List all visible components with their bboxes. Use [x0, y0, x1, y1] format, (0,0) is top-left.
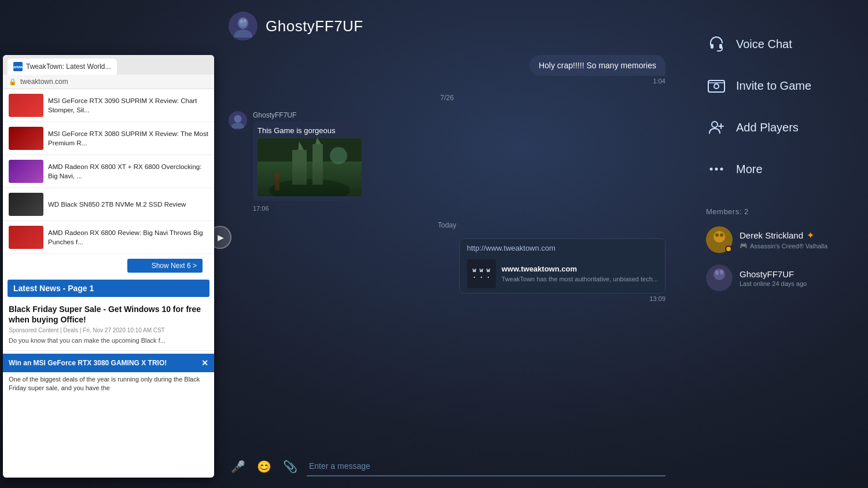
derek-avatar-wrap	[706, 226, 733, 253]
address-text: tweaktown.com	[20, 78, 68, 86]
promo-banner[interactable]: Win an MSI GeForce RTX 3080 GAMING X TRI…	[3, 354, 214, 372]
link-card[interactable]: http://www.tweaktown.com w w w· · · www.…	[459, 239, 665, 293]
headset-icon	[706, 34, 727, 54]
browser-panel: www TweakTown: Latest World... 🔒 tweakto…	[3, 55, 214, 478]
news-item-5[interactable]: AMD Radeon RX 6800 Review: Big Navi Thro…	[3, 221, 214, 254]
invite-game-icon	[706, 75, 727, 96]
news-item-3[interactable]: AMD Radeon RX 6800 XT + RX 6800 Overcloc…	[3, 155, 214, 188]
message-text-1: Holy crap!!!!! So many memories	[539, 61, 656, 70]
featured-article[interactable]: Black Friday Super Sale - Get Windows 10…	[3, 299, 214, 351]
message-time-1: 1:04	[653, 78, 665, 85]
news-title-5: AMD Radeon RX 6800 Review: Big Navi Thro…	[48, 228, 208, 247]
more-action[interactable]: More	[700, 148, 851, 190]
derek-info: Derek Strickland ✦ 🎮 Assassin's Creed® V…	[740, 230, 827, 249]
ghosty-name: GhostyFF7UF	[740, 269, 807, 279]
article-body: One of the biggest deals of the year is …	[3, 375, 214, 398]
link-url: http://www.tweaktown.com	[460, 239, 665, 255]
ghosty-info: GhostyFF7UF Last online 24 days ago	[740, 269, 807, 287]
game-screenshot	[258, 138, 362, 196]
voice-chat-action[interactable]: Voice Chat	[700, 23, 851, 65]
svg-point-25	[715, 233, 719, 237]
svg-point-2	[239, 19, 247, 27]
svg-point-14	[330, 147, 347, 164]
browser-content: MSI GeForce RTX 3090 SUPRIM X Review: Ch…	[3, 89, 214, 478]
message-image-bubble: This Game is gorgeous	[253, 122, 366, 201]
date-divider-726: 7/26	[229, 94, 665, 102]
message-input[interactable]	[307, 457, 665, 476]
svg-marker-12	[298, 141, 304, 150]
sender-avatar	[229, 111, 247, 130]
attachment-button[interactable]: 📎	[281, 457, 300, 476]
add-players-action[interactable]: Add Players	[700, 107, 851, 148]
svg-point-3	[240, 20, 242, 23]
news-item-4[interactable]: WD Black SN850 2TB NVMe M.2 SSD Review	[3, 188, 214, 221]
message-content: GhostyFF7UF This Game is gorgeous	[253, 111, 366, 212]
member-item-ghosty[interactable]: GhostyFF7UF Last online 24 days ago	[706, 265, 845, 291]
news-item-1[interactable]: MSI GeForce RTX 3090 SUPRIM X Review: Ch…	[3, 89, 214, 122]
show-next-button[interactable]: Show Next 6 >	[127, 259, 203, 273]
members-section: Members: 2 Derek Strickland	[700, 201, 851, 309]
svg-rect-10	[292, 150, 307, 185]
microphone-button[interactable]: 🎤	[229, 457, 248, 476]
message-bubble-right-1: Holy crap!!!!! So many memories	[529, 55, 665, 76]
svg-point-4	[244, 19, 246, 23]
browser-tab[interactable]: www TweakTown: Latest World...	[8, 58, 117, 75]
chat-input-area: 🎤 😊 📎	[211, 450, 683, 488]
svg-marker-13	[315, 138, 321, 144]
svg-point-23	[713, 231, 725, 243]
svg-point-20	[715, 168, 718, 171]
svg-point-30	[715, 270, 719, 275]
ghosty-status: Last online 24 days ago	[740, 280, 807, 287]
svg-point-17	[714, 84, 719, 89]
article-meta: Sponsored Content | Deals | Fri, Nov 27 …	[9, 327, 208, 333]
link-description: TweakTown has the most authoritative, un…	[502, 275, 658, 283]
link-preview: w w w· · · www.tweaktown.com TweakTown h…	[460, 255, 665, 293]
date-divider-today: Today	[229, 221, 665, 229]
featured-title: Black Friday Super Sale - Get Windows 10…	[9, 304, 208, 325]
emoji-button[interactable]: 😊	[255, 457, 274, 476]
svg-rect-7	[258, 138, 362, 196]
derek-status: 🎮 Assassin's Creed® Valhalla	[740, 242, 827, 249]
svg-rect-16	[708, 80, 724, 92]
voice-chat-label: Voice Chat	[736, 38, 792, 51]
news-item-2[interactable]: MSI GeForce RTX 3080 SUPRIM X Review: Th…	[3, 122, 214, 155]
svg-point-26	[720, 233, 723, 237]
news-thumb-5	[9, 226, 43, 249]
news-thumb-2	[9, 127, 43, 150]
news-title-2: MSI GeForce RTX 3080 SUPRIM X Review: Th…	[48, 129, 208, 148]
svg-rect-11	[312, 144, 323, 185]
ps-plus-icon: ✦	[807, 230, 814, 241]
link-site-name: www.tweaktown.com	[502, 265, 658, 273]
browser-address-bar: 🔒 tweaktown.com	[3, 75, 214, 89]
svg-rect-15	[275, 173, 279, 190]
svg-point-5	[234, 115, 241, 123]
members-label: Members: 2	[706, 207, 845, 216]
message-left-image: GhostyFF7UF This Game is gorgeous	[229, 111, 665, 212]
ghosty-avatar-wrap	[706, 265, 733, 291]
controller-icon: 🎮	[740, 242, 748, 249]
svg-point-9	[269, 179, 350, 196]
derek-online-dot	[725, 245, 732, 252]
close-promo-button[interactable]: ✕	[201, 358, 208, 368]
svg-rect-8	[258, 162, 362, 196]
svg-point-18	[712, 122, 718, 127]
add-players-label: Add Players	[736, 121, 799, 134]
news-title-3: AMD Radeon RX 6800 XT + RX 6800 Overcloc…	[48, 162, 208, 181]
favicon-www: w w w· · ·	[473, 266, 490, 281]
derek-name: Derek Strickland ✦	[740, 230, 827, 241]
lock-icon: 🔒	[9, 78, 17, 86]
ghosty-avatar	[706, 265, 733, 291]
invite-to-game-action[interactable]: Invite to Game	[700, 65, 851, 107]
member-item-derek[interactable]: Derek Strickland ✦ 🎮 Assassin's Creed® V…	[706, 226, 845, 253]
svg-point-31	[720, 270, 723, 274]
link-info: www.tweaktown.com TweakTown has the most…	[502, 265, 658, 283]
news-thumb-1	[9, 94, 43, 117]
add-players-icon	[706, 117, 727, 138]
tab-favicon: www	[13, 62, 23, 71]
news-thumb-4	[9, 193, 43, 216]
news-title-4: WD Black SN850 2TB NVMe M.2 SSD Review	[48, 200, 186, 209]
chat-header: GhostyFF7UF	[211, 0, 683, 49]
article-preview: Do you know that you can make the upcomi…	[9, 336, 208, 345]
chat-avatar	[229, 12, 258, 41]
right-sidebar: Voice Chat Invite to Game Add Players	[683, 0, 868, 488]
